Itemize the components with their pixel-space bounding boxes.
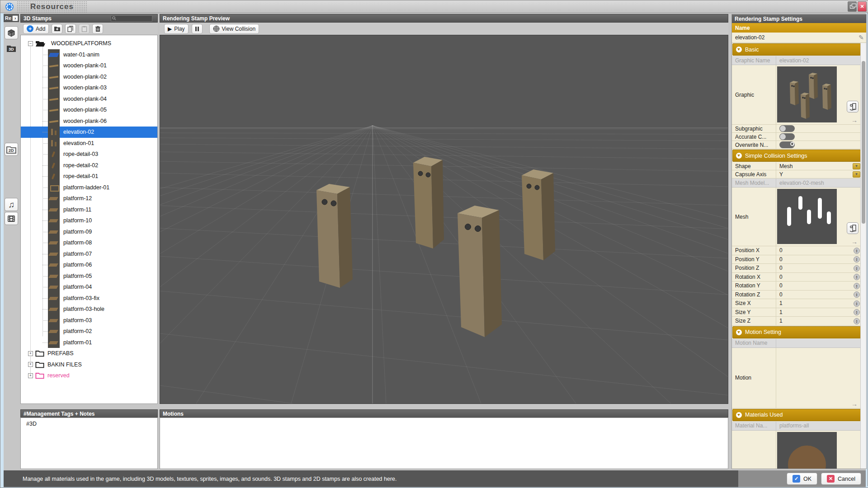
expand-icon[interactable]: + bbox=[28, 373, 33, 378]
goto-arrow-icon[interactable]: → bbox=[851, 117, 858, 123]
cancel-button[interactable]: ✕ Cancel bbox=[821, 473, 861, 485]
spinner-icon[interactable]: ▲▼ bbox=[854, 318, 860, 324]
float-window-button[interactable] bbox=[848, 1, 857, 12]
overwrite-toggle[interactable] bbox=[779, 141, 795, 148]
settings-scrollbar[interactable] bbox=[860, 43, 866, 469]
spinner-icon[interactable]: ▲▼ bbox=[854, 265, 860, 272]
transform-value-field[interactable]: 0 ▲▼ bbox=[776, 246, 861, 255]
tree-item[interactable]: platform-07 bbox=[21, 249, 157, 260]
spinner-icon[interactable]: ▲▼ bbox=[854, 256, 860, 263]
tree-item[interactable]: platform-05 bbox=[21, 271, 157, 282]
tree-item[interactable]: wooden-plank-04 bbox=[21, 94, 157, 105]
tree-item[interactable]: water-01-anim bbox=[21, 49, 157, 61]
export-mesh-button[interactable] bbox=[847, 222, 859, 234]
spinner-icon[interactable]: ▲▼ bbox=[854, 274, 860, 280]
item-label: wooden-plank-05 bbox=[63, 107, 107, 113]
tree-folder[interactable]: + PREFABS bbox=[21, 348, 157, 359]
tree-item[interactable]: platform-09 bbox=[21, 226, 157, 238]
add-button[interactable]: + Add bbox=[23, 24, 49, 34]
tree-folder[interactable]: + reserved bbox=[21, 370, 157, 381]
tree-item[interactable]: platform-ladder-01 bbox=[21, 182, 157, 193]
rail-2d-folder-button[interactable]: 2D bbox=[5, 143, 18, 156]
goto-arrow-icon[interactable]: → bbox=[851, 401, 858, 407]
tree-item[interactable]: platform-03 bbox=[21, 315, 157, 326]
close-button[interactable]: ✕ bbox=[858, 1, 867, 12]
shape-dropdown[interactable]: ▼ bbox=[853, 163, 860, 169]
spinner-icon[interactable]: ▲▼ bbox=[854, 309, 860, 315]
delete-button[interactable] bbox=[92, 24, 103, 34]
name-value-field[interactable]: elevation-02 ✎ bbox=[732, 33, 867, 43]
pause-button[interactable] bbox=[192, 24, 203, 34]
basic-section-header[interactable]: Basic bbox=[732, 43, 861, 56]
rail-video-button[interactable] bbox=[5, 212, 18, 225]
view-collision-button[interactable]: View Collision bbox=[209, 24, 259, 34]
tree-item[interactable]: platform-06 bbox=[21, 259, 157, 271]
tags-notes-area[interactable]: #3D bbox=[20, 418, 158, 469]
spinner-icon[interactable]: ▲▼ bbox=[854, 300, 860, 307]
tree-item[interactable]: platform-11 bbox=[21, 204, 157, 216]
tree-item[interactable]: platform-02 bbox=[21, 326, 157, 337]
transform-value-field[interactable]: 0 ▲▼ bbox=[776, 255, 861, 264]
tree-item[interactable]: rope-detail-03 bbox=[21, 149, 157, 160]
scrollbar-thumb[interactable] bbox=[862, 61, 865, 224]
tree-item[interactable]: platform-04 bbox=[21, 282, 157, 293]
expand-rail-icon[interactable]: › bbox=[12, 15, 18, 21]
tree-item[interactable]: platform-01 bbox=[21, 337, 157, 348]
duplicate-button[interactable] bbox=[65, 24, 76, 34]
edit-pencil-icon[interactable]: ✎ bbox=[859, 34, 864, 41]
materials-section-header[interactable]: Materials Used bbox=[732, 409, 861, 421]
title-bar[interactable]: Resources ✕ bbox=[0, 0, 868, 13]
spinner-icon[interactable]: ▲▼ bbox=[854, 248, 860, 254]
rail-3d-stamps-button[interactable] bbox=[5, 26, 18, 39]
transform-value-field[interactable]: 0 ▲▼ bbox=[776, 291, 861, 299]
expand-icon[interactable]: + bbox=[28, 362, 33, 367]
tree-item[interactable]: platform-03-hole bbox=[21, 304, 157, 315]
collapse-icon[interactable]: − bbox=[28, 41, 33, 46]
tree-item[interactable]: rope-detail-01 bbox=[21, 171, 157, 182]
transform-value-field[interactable]: 0 ▲▼ bbox=[776, 282, 861, 290]
capsule-axis-dropdown[interactable]: ▼ bbox=[853, 171, 860, 178]
new-folder-button[interactable] bbox=[52, 24, 62, 34]
search-input[interactable] bbox=[117, 16, 151, 21]
tree-item[interactable]: platform-12 bbox=[21, 193, 157, 204]
motion-section-header[interactable]: Motion Setting bbox=[732, 326, 861, 338]
3d-viewport[interactable] bbox=[160, 35, 728, 404]
transform-value-field[interactable]: 0 ▲▼ bbox=[776, 264, 861, 272]
goto-arrow-icon[interactable]: → bbox=[851, 239, 858, 244]
tree-folder[interactable]: + BAKIN FILES bbox=[21, 359, 157, 371]
rail-audio-button[interactable]: ♫ bbox=[5, 198, 18, 211]
ok-button[interactable]: ✓ OK bbox=[787, 473, 817, 485]
subgraphic-toggle[interactable] bbox=[779, 125, 795, 132]
spinner-icon[interactable]: ▲▼ bbox=[854, 283, 860, 289]
tree-item[interactable]: rope-detail-02 bbox=[21, 160, 157, 171]
resources-rail-tab[interactable]: Re › bbox=[4, 14, 19, 22]
spinner-icon[interactable]: ▲▼ bbox=[854, 291, 860, 298]
play-button[interactable]: ▶ Play bbox=[164, 24, 189, 34]
paste-button[interactable] bbox=[79, 24, 90, 34]
transform-value-field[interactable]: 0 ▲▼ bbox=[776, 273, 861, 282]
transform-value-field[interactable]: 1 ▲▼ bbox=[776, 299, 861, 308]
accurate-collision-toggle[interactable] bbox=[779, 133, 795, 140]
tree-item[interactable]: platform-03-fix bbox=[21, 293, 157, 304]
tree-item[interactable]: elevation-02 bbox=[21, 127, 157, 138]
tree-item[interactable]: wooden-plank-06 bbox=[21, 116, 157, 127]
expand-icon[interactable]: + bbox=[28, 351, 33, 356]
tree-item[interactable]: wooden-plank-02 bbox=[21, 71, 157, 83]
rail-3d-folder-button[interactable]: 3D bbox=[5, 42, 18, 55]
tree-item[interactable]: wooden-plank-03 bbox=[21, 82, 157, 94]
transform-value-field[interactable]: 1 ▲▼ bbox=[776, 317, 861, 325]
tree-item[interactable]: platform-08 bbox=[21, 237, 157, 249]
export-graphic-button[interactable] bbox=[847, 101, 859, 113]
tree-root-folder[interactable]: − WOODENPLATFORMS bbox=[21, 38, 157, 49]
tree-item[interactable]: wooden-plank-01 bbox=[21, 60, 157, 71]
tree-item[interactable]: platform-10 bbox=[21, 215, 157, 226]
collision-section-header[interactable]: Simple Collision Settings bbox=[732, 150, 861, 162]
tree-item[interactable]: wooden-plank-05 bbox=[21, 104, 157, 116]
search-icon bbox=[112, 16, 116, 20]
preview-toolbar: ▶ Play View Collision bbox=[160, 23, 728, 35]
transform-value-field[interactable]: 1 ▲▼ bbox=[776, 308, 861, 317]
tree-item[interactable]: elevation-01 bbox=[21, 138, 157, 149]
motions-list-area[interactable] bbox=[160, 418, 728, 469]
stamps-search-box[interactable] bbox=[111, 15, 152, 22]
motion-list-area[interactable]: → bbox=[776, 348, 861, 408]
